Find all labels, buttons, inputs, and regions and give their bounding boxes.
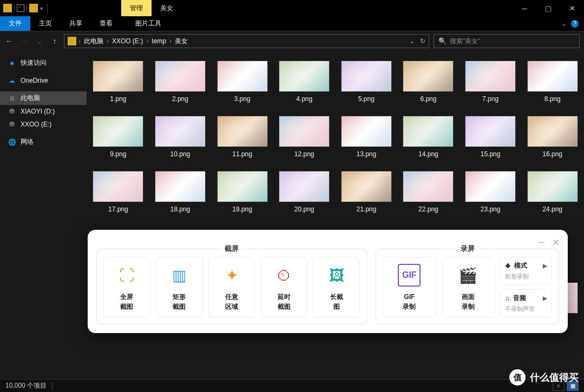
minimize-button[interactable]: ─: [513, 0, 536, 16]
ribbon-tab-home[interactable]: 主页: [30, 16, 61, 31]
file-name-label: 22.png: [418, 205, 438, 213]
context-tab-manage[interactable]: 管理: [121, 0, 152, 16]
file-item[interactable]: 21.png: [340, 171, 393, 213]
checkbox-icon[interactable]: [17, 4, 24, 12]
file-item[interactable]: 4.png: [278, 61, 331, 103]
file-item[interactable]: 17.png: [92, 171, 145, 213]
address-dropdown-icon[interactable]: ⌄: [409, 37, 415, 45]
sidebar-this-pc[interactable]: 🖥此电脑: [0, 91, 87, 105]
screenshot-tool-panel: ─ ✕ ⛶ 全屏截图 ▥ 矩形截图 ✦ 任意区域 ⏲ 延时截图 🖼 长截图: [88, 230, 568, 333]
file-item[interactable]: 2.png: [154, 61, 207, 103]
delayed-capture-button[interactable]: ⏲ 延时截图: [260, 257, 307, 317]
file-name-label: 21.png: [356, 205, 376, 213]
gif-record-button[interactable]: GIF GIF录制: [383, 257, 436, 317]
file-name-label: 4.png: [296, 95, 312, 103]
chevron-right-icon: ▶: [543, 295, 547, 301]
recent-button[interactable]: ⌄: [35, 37, 44, 45]
thumbnail-image: [217, 116, 268, 147]
record-group: GIF GIF录制 🎬 画面录制 ❖模式▶ 矩形录制 ♫音频▶ 不录制声音: [376, 249, 559, 324]
context-tabs: 管理 美女: [121, 0, 182, 16]
ribbon-tab-share[interactable]: 共享: [61, 16, 91, 31]
breadcrumb-item[interactable]: temp: [150, 37, 167, 45]
file-item[interactable]: 20.png: [278, 171, 331, 213]
back-button[interactable]: ←: [4, 37, 14, 45]
thumbnail-image: [279, 61, 330, 92]
record-audio-button[interactable]: ♫音频▶ 不录制声音: [500, 289, 552, 317]
freeform-capture-button[interactable]: ✦ 任意区域: [208, 257, 255, 317]
window-controls: ─ ▢ ✕: [513, 0, 584, 16]
file-name-label: 10.png: [170, 150, 191, 158]
sidebar-network[interactable]: 🌐网络: [0, 135, 87, 149]
file-item[interactable]: 14.png: [402, 116, 455, 158]
file-item[interactable]: 10.png: [154, 116, 207, 158]
search-icon: 🔍: [438, 37, 447, 45]
file-item[interactable]: 13.png: [340, 116, 393, 158]
forward-button[interactable]: →: [19, 37, 29, 45]
file-item[interactable]: 8.png: [526, 61, 579, 103]
folder-icon: [29, 4, 38, 12]
file-item[interactable]: 12.png: [278, 116, 331, 158]
file-name-label: 19.png: [232, 205, 252, 213]
file-name-label: 2.png: [172, 95, 188, 103]
ribbon-tab-picture-tools[interactable]: 图片工具: [127, 16, 170, 31]
breadcrumb-item[interactable]: XXOO (E:): [111, 37, 144, 45]
file-item[interactable]: 9.png: [92, 116, 145, 158]
file-menu-button[interactable]: 文件: [0, 16, 30, 31]
maximize-button[interactable]: ▢: [536, 0, 560, 16]
panel-minimize-button[interactable]: ─: [539, 237, 544, 248]
refresh-icon[interactable]: ↻: [420, 37, 425, 45]
star-icon: ★: [8, 59, 16, 68]
file-item[interactable]: 16.png: [526, 116, 579, 158]
file-name-label: 14.png: [418, 150, 438, 158]
file-item[interactable]: 22.png: [402, 171, 455, 213]
file-item[interactable]: 15.png: [464, 116, 517, 158]
fullscreen-capture-button[interactable]: ⛶ 全屏截图: [103, 257, 150, 317]
record-mode-button[interactable]: ❖模式▶ 矩形录制: [500, 257, 552, 285]
thumbnail-image: [217, 171, 268, 202]
file-item[interactable]: 1.png: [92, 61, 145, 103]
file-item[interactable]: 24.png: [526, 171, 579, 213]
file-item[interactable]: 23.png: [464, 171, 517, 213]
file-name-label: 20.png: [294, 205, 314, 213]
thumbnail-image: [217, 61, 268, 92]
close-button[interactable]: ✕: [560, 0, 584, 16]
ribbon-collapse-icon[interactable]: ⌄: [561, 20, 567, 28]
search-placeholder: 搜索"美女": [450, 37, 481, 46]
search-box[interactable]: 🔍 搜索"美女": [434, 34, 580, 48]
thumbnail-image: [155, 61, 206, 92]
chevron-right-icon: ▶: [543, 263, 547, 269]
file-item[interactable]: 6.png: [402, 61, 455, 103]
gif-icon: GIF: [398, 264, 421, 287]
help-icon[interactable]: ?: [571, 20, 579, 28]
breadcrumb-item[interactable]: 此电脑: [83, 37, 104, 46]
drive-icon: ⛃: [8, 120, 16, 129]
sidebar-quick-access[interactable]: ★快速访问: [0, 56, 87, 70]
panel-close-button[interactable]: ✕: [552, 237, 559, 248]
file-item[interactable]: 18.png: [154, 171, 207, 213]
address-bar[interactable]: › 此电脑 › XXOO (E:) › temp › 美女 ⌄ ↻: [64, 34, 429, 48]
status-bar: 10,000 个项目 ≡ ▦: [0, 379, 584, 392]
file-item[interactable]: 19.png: [216, 171, 268, 213]
ribbon-tab-view[interactable]: 查看: [91, 16, 121, 31]
file-item[interactable]: 3.png: [216, 61, 268, 103]
file-item[interactable]: 11.png: [216, 116, 268, 158]
navigation-pane: ★快速访问 ☁OneDrive 🖥此电脑 ⛃XIAOYI (D:) ⛃XXOO …: [0, 51, 87, 379]
file-item[interactable]: 7.png: [464, 61, 517, 103]
sidebar-drive-d[interactable]: ⛃XIAOYI (D:): [0, 105, 87, 118]
scroll-icon: 🖼: [325, 264, 348, 287]
network-icon: 🌐: [8, 138, 16, 147]
up-button[interactable]: ↑: [50, 37, 60, 45]
breadcrumb-item[interactable]: 美女: [174, 37, 189, 46]
rect-capture-button[interactable]: ▥ 矩形截图: [156, 257, 203, 317]
thumbnail-image: [465, 116, 516, 147]
screen-record-button[interactable]: 🎬 画面录制: [442, 257, 495, 317]
thumbnail-image: [465, 61, 516, 92]
file-name-label: 17.png: [108, 205, 128, 213]
file-item[interactable]: 5.png: [340, 61, 393, 103]
grid-icon: ❖: [505, 262, 511, 270]
sidebar-drive-e[interactable]: ⛃XXOO (E:): [0, 118, 87, 131]
thumbnail-image: [527, 61, 578, 92]
file-name-label: 7.png: [482, 95, 498, 103]
sidebar-onedrive[interactable]: ☁OneDrive: [0, 74, 87, 87]
long-capture-button[interactable]: 🖼 长截图: [313, 257, 360, 317]
